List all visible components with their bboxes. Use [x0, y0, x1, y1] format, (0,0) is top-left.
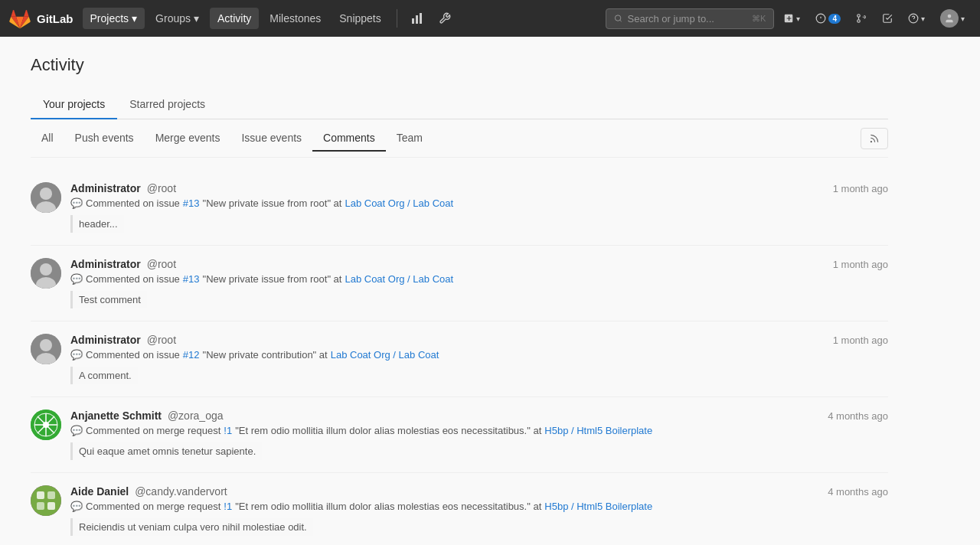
search-input[interactable] — [628, 13, 748, 24]
nav-wrench-icon[interactable] — [433, 8, 457, 29]
activity-header: Aide Daniel @candy.vandervort 4 months a… — [70, 485, 888, 498]
filter-tab-issue-events[interactable]: Issue events — [230, 126, 312, 152]
issue-link[interactable]: !1 — [224, 425, 232, 436]
svg-rect-1 — [412, 18, 414, 24]
issue-link[interactable]: #12 — [183, 349, 200, 361]
project-tabs: Your projects Starred projects — [31, 90, 888, 119]
activity-user-name: Administrator — [70, 334, 141, 346]
gitlab-logo-link[interactable]: GitLab — [9, 8, 74, 29]
svg-line-5 — [620, 20, 622, 21]
activity-user-name: Anjanette Schmitt — [70, 410, 162, 422]
activity-user-name: Administrator — [70, 182, 141, 194]
svg-rect-36 — [47, 502, 55, 510]
comment-icon: 💬 — [70, 425, 83, 436]
activity-list: Administrator @root 1 month ago 💬 Commen… — [31, 170, 888, 545]
project-link[interactable]: Lab Coat Org / Lab Coat — [345, 273, 453, 285]
tab-your-projects[interactable]: Your projects — [31, 90, 117, 119]
project-link[interactable]: H5bp / Html5 Boilerplate — [544, 425, 652, 436]
filter-tab-merge-events[interactable]: Merge events — [145, 126, 231, 152]
project-tabs-container: Your projects Starred projects — [31, 90, 888, 119]
nav-todo-btn[interactable] — [876, 8, 899, 28]
activity-description: 💬 Commented on issue #13 "New private is… — [70, 197, 888, 209]
nav-create-btn[interactable]: ▾ — [777, 8, 806, 28]
activity-time: 1 month ago — [833, 335, 888, 346]
issue-link[interactable]: #13 — [183, 197, 200, 209]
activity-item: Anjanette Schmitt @zora_oga 4 months ago… — [31, 397, 888, 473]
page-title: Activity — [31, 55, 888, 75]
activity-description: 💬 Commented on issue #12 "New private co… — [70, 349, 888, 361]
svg-point-15 — [871, 141, 871, 142]
nav-groups[interactable]: Groups ▾ — [148, 8, 207, 29]
svg-point-14 — [948, 15, 952, 18]
chevron-down-icon: ▾ — [796, 15, 800, 23]
activity-item: Administrator @root 1 month ago 💬 Commen… — [31, 246, 888, 321]
activity-username: @root — [147, 334, 176, 346]
activity-body: Aide Daniel @candy.vandervort 4 months a… — [70, 485, 888, 536]
nav-separator-1 — [397, 9, 397, 28]
nav-activity[interactable]: Activity — [210, 8, 259, 29]
brand-text: GitLab — [37, 12, 74, 25]
activity-username: @root — [147, 258, 176, 270]
project-link[interactable]: Lab Coat Org / Lab Coat — [345, 197, 453, 209]
avatar — [31, 485, 61, 516]
tab-starred-projects[interactable]: Starred projects — [117, 90, 217, 119]
activity-user-info: Aide Daniel @candy.vandervort — [70, 485, 227, 498]
filter-tab-push-events[interactable]: Push events — [64, 126, 145, 152]
chevron-down-icon: ▾ — [961, 15, 965, 23]
activity-comment-text: header... — [70, 215, 124, 233]
navbar-right: ⌘K ▾ 4 ▾ ▾ — [606, 5, 971, 32]
activity-body: Administrator @root 1 month ago 💬 Commen… — [70, 334, 888, 384]
rss-icon[interactable] — [861, 128, 888, 149]
nav-user-btn[interactable]: ▾ — [934, 5, 971, 32]
nav-projects[interactable]: Projects ▾ — [83, 8, 145, 29]
activity-user-name: Aide Daniel — [70, 485, 129, 498]
chevron-down-icon: ▾ — [921, 15, 925, 23]
svg-point-4 — [616, 15, 621, 21]
nav-milestones[interactable]: Milestones — [262, 8, 328, 29]
svg-rect-33 — [37, 491, 44, 499]
avatar — [31, 334, 61, 364]
nav-chart-icon[interactable] — [405, 8, 430, 29]
svg-point-9 — [858, 15, 861, 18]
nav-snippets[interactable]: Snippets — [332, 8, 388, 29]
filter-tab-comments[interactable]: Comments — [312, 126, 386, 152]
svg-rect-32 — [31, 485, 61, 516]
filter-tab-all[interactable]: All — [31, 126, 64, 152]
search-box[interactable]: ⌘K — [606, 8, 774, 29]
filter-tabs: All Push events Merge events Issue event… — [31, 126, 861, 151]
activity-description: 💬 Commented on merge request !1 "Et rem … — [70, 425, 888, 436]
activity-time: 4 months ago — [828, 410, 888, 422]
activity-username: @candy.vandervort — [135, 485, 227, 498]
activity-user-name: Administrator — [70, 258, 141, 270]
chevron-down-icon: ▾ — [194, 12, 199, 24]
nav-issues-btn[interactable]: 4 — [809, 8, 847, 28]
nav-help-btn[interactable]: ▾ — [902, 8, 931, 28]
activity-user-info: Anjanette Schmitt @zora_oga — [70, 410, 224, 422]
comment-icon: 💬 — [70, 501, 83, 512]
project-link[interactable]: Lab Coat Org / Lab Coat — [331, 349, 439, 361]
nav-mr-btn[interactable] — [850, 8, 873, 28]
issue-link[interactable]: #13 — [183, 273, 200, 285]
svg-point-20 — [40, 263, 52, 276]
activity-header: Administrator @root 1 month ago — [70, 334, 888, 346]
search-icon — [614, 13, 622, 24]
issue-link[interactable]: !1 — [224, 501, 232, 512]
comment-icon: 💬 — [70, 197, 83, 209]
activity-description: 💬 Commented on merge request !1 "Et rem … — [70, 501, 888, 512]
search-shortcut: ⌘K — [752, 14, 766, 24]
activity-user-info: Administrator @root — [70, 258, 176, 270]
svg-point-17 — [40, 188, 52, 200]
svg-point-10 — [858, 20, 861, 23]
activity-comment-text: A comment. — [70, 367, 138, 384]
activity-comment-text: Qui eaque amet omnis tenetur sapiente. — [70, 442, 262, 460]
svg-rect-3 — [420, 13, 422, 24]
filter-tab-team[interactable]: Team — [386, 126, 433, 152]
main-content: Activity Your projects Starred projects … — [0, 37, 919, 545]
activity-item: Administrator @root 1 month ago 💬 Commen… — [31, 170, 888, 246]
activity-item: Administrator @root 1 month ago 💬 Commen… — [31, 321, 888, 397]
project-link[interactable]: H5bp / Html5 Boilerplate — [544, 501, 652, 512]
issues-badge: 4 — [828, 14, 841, 24]
activity-comment-text: Reiciendis ut veniam culpa vero nihil mo… — [70, 518, 313, 536]
activity-user-info: Administrator @root — [70, 182, 176, 194]
avatar — [31, 258, 61, 289]
